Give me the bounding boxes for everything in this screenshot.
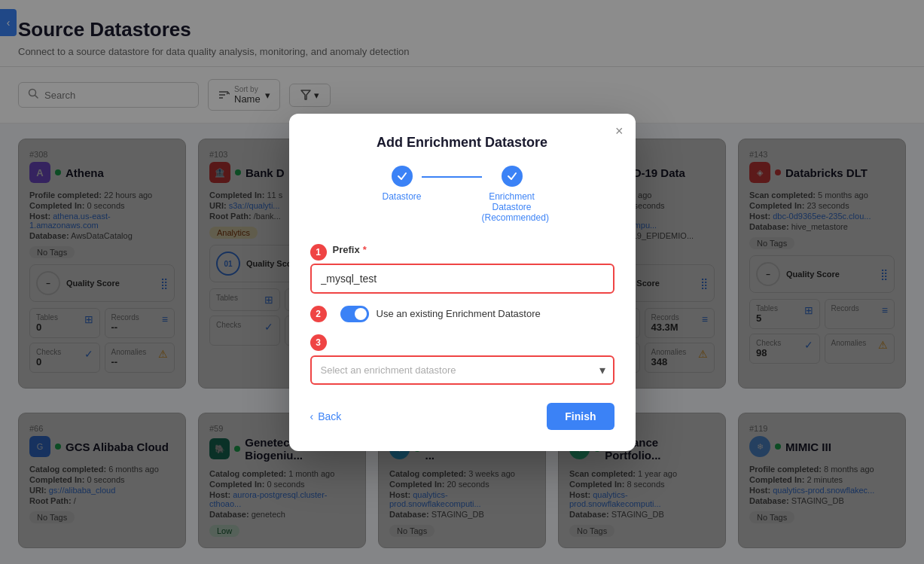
prefix-form-group: 1 Prefix *	[310, 244, 614, 294]
modal-overlay: × Add Enrichment Datastore Datastore Enr…	[0, 0, 924, 564]
step-circle-1	[392, 166, 413, 187]
toggle-form-group: 2 Use an existing Enrichment Datastore	[310, 306, 614, 322]
enrichment-select[interactable]: Select an enrichment datastore	[310, 355, 614, 385]
toggle-slider	[340, 306, 369, 322]
step-enrichment: Enrichment Datastore(Recommended)	[482, 166, 542, 223]
modal-close-button[interactable]: ×	[615, 124, 624, 138]
select-placeholder: Select an enrichment datastore	[321, 364, 456, 376]
steps-container: Datastore Enrichment Datastore(Recommend…	[310, 166, 614, 223]
page-container: ‹ Source Datastores Connect to a source …	[0, 0, 924, 564]
select-wrapper: Select an enrichment datastore ▾	[310, 355, 614, 385]
finish-button[interactable]: Finish	[547, 403, 614, 430]
step-number-1: 1	[310, 244, 327, 261]
modal-dialog: × Add Enrichment Datastore Datastore Enr…	[289, 114, 636, 451]
required-star: *	[363, 244, 367, 255]
prefix-label: Prefix *	[333, 244, 367, 255]
step-circle-2	[502, 166, 523, 187]
modal-title: Add Enrichment Datastore	[310, 135, 614, 151]
back-button[interactable]: ‹ Back	[310, 410, 342, 422]
toggle-row: 2 Use an existing Enrichment Datastore	[310, 306, 614, 322]
prefix-input[interactable]	[310, 264, 614, 294]
modal-footer: ‹ Back Finish	[310, 403, 614, 430]
step-connector	[422, 176, 482, 178]
toggle-switch[interactable]	[340, 306, 369, 322]
step-label-2: Enrichment Datastore(Recommended)	[482, 191, 542, 223]
step-datastore: Datastore	[382, 166, 421, 202]
step-number-2: 2	[310, 306, 327, 322]
toggle-label: Use an existing Enrichment Datastore	[377, 308, 541, 319]
step-number-3: 3	[310, 334, 327, 351]
select-form-group: 3 Select an enrichment datastore ▾	[310, 334, 614, 385]
step-label-1: Datastore	[382, 191, 421, 202]
back-chevron-icon: ‹	[310, 410, 314, 422]
